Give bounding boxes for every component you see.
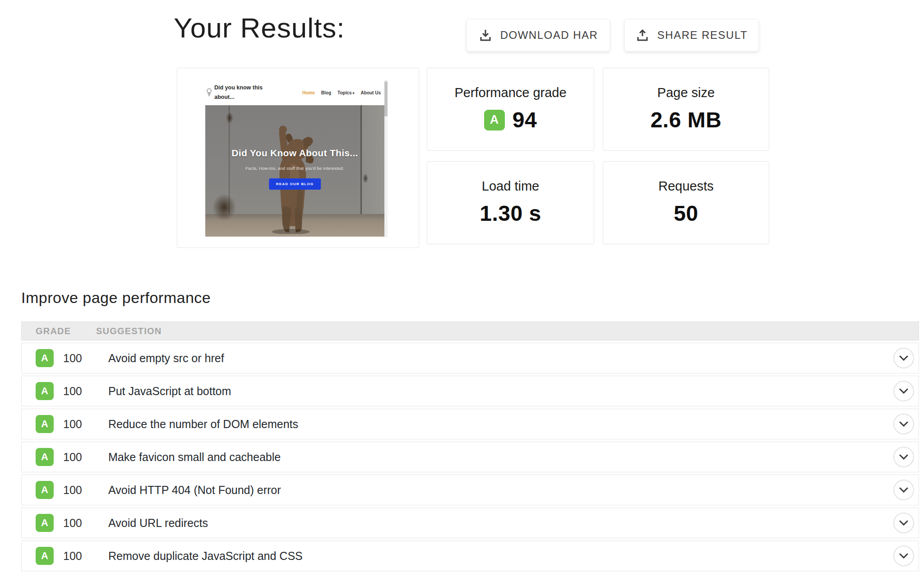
mini-nav-topics: Topics▾ [337, 90, 355, 95]
site-screenshot: Did you know this about... Home Blog Top… [205, 80, 388, 238]
performance-grade-value: 94 [513, 107, 537, 132]
load-time-label: Load time [427, 179, 594, 194]
site-screenshot-card: Did you know this about... Home Blog Top… [177, 68, 419, 248]
chevron-down-icon [899, 520, 908, 526]
lightbulb-icon [206, 88, 212, 97]
page-size-label: Page size [603, 85, 769, 100]
mini-site-hero-image: Did You Know About This... Facts, How-to… [205, 105, 384, 237]
mini-hero-subtitle: Facts, How-tos, and stuff that you'd be … [205, 166, 384, 171]
mini-hero-title: Did You Know About This... [205, 148, 384, 158]
suggestion-row[interactable]: A 100 Remove duplicate JavaScript and CS… [21, 541, 919, 571]
column-header-suggestion: SUGGESTION [96, 326, 162, 336]
mini-nav-about: About Us [361, 90, 381, 95]
suggestion-row[interactable]: A 100 Avoid HTTP 404 (Not Found) error [21, 475, 919, 505]
door-knob [363, 173, 368, 183]
column-header-grade: GRADE [22, 326, 96, 336]
requests-card: Requests 50 [603, 161, 769, 244]
row-suggestion-text: Make favicon small and cacheable [108, 451, 281, 464]
row-grade-badge: A [36, 415, 54, 433]
mini-scrollbar-thumb [384, 81, 388, 117]
page-size-value: 2.6 MB [603, 107, 769, 132]
row-suggestion-text: Avoid empty src or href [108, 352, 224, 365]
row-suggestion-text: Remove duplicate JavaScript and CSS [108, 550, 303, 563]
mini-logo-line2: about... [214, 93, 263, 102]
improve-section-heading: Improve page performance [21, 289, 211, 307]
suggestion-row[interactable]: A 100 Make favicon small and cacheable [21, 442, 919, 472]
row-suggestion-text: Reduce the number of DOM elements [108, 418, 298, 431]
mini-hero-button: READ OUR BLOG [269, 178, 321, 190]
mini-site-header: Did you know this about... Home Blog Top… [205, 80, 384, 105]
row-score: 100 [63, 451, 108, 464]
grade-badge: A [484, 110, 505, 131]
download-har-button[interactable]: DOWNLOAD HAR [467, 19, 610, 51]
mini-site-nav: Home Blog Topics▾ About Us [302, 90, 381, 95]
chevron-down-icon [899, 421, 908, 427]
page-title: Your Results: [174, 12, 345, 44]
chevron-down-icon [899, 388, 908, 394]
page-size-card: Page size 2.6 MB [603, 68, 769, 151]
suggestion-row[interactable]: A 100 Avoid empty src or href [21, 343, 919, 373]
suggestion-row[interactable]: A 100 Avoid URL redirects [21, 508, 919, 538]
chevron-down-icon [899, 355, 908, 361]
wall-stain [226, 112, 233, 124]
row-grade-badge: A [36, 514, 54, 532]
row-suggestion-text: Put JavaScript at bottom [108, 385, 231, 398]
expand-row-button[interactable] [893, 348, 914, 368]
mini-scrollbar [384, 80, 388, 238]
download-icon [479, 28, 492, 42]
chevron-down-icon [899, 454, 908, 460]
suggestion-row[interactable]: A 100 Put JavaScript at bottom [21, 376, 919, 406]
expand-row-button[interactable] [893, 480, 914, 500]
row-score: 100 [63, 385, 108, 398]
row-score: 100 [63, 352, 108, 365]
expand-row-button[interactable] [893, 545, 914, 566]
expand-row-button[interactable] [893, 513, 914, 533]
performance-grade-card: Performance grade A 94 [427, 68, 594, 151]
suggestion-row[interactable]: A 100 Reduce the number of DOM elements [21, 409, 919, 439]
mini-nav-home: Home [302, 90, 315, 95]
row-grade-badge: A [36, 349, 54, 367]
speed-test-results-page: Your Results: DOWNLOAD HAR SHARE RESULT [0, 0, 924, 578]
row-score: 100 [63, 484, 108, 497]
row-score: 100 [63, 418, 108, 431]
share-result-label: SHARE RESULT [657, 29, 748, 42]
suggestions-table: GRADE SUGGESTION A 100 Avoid empty src o… [21, 322, 919, 571]
requests-value: 50 [603, 201, 769, 226]
mini-nav-blog: Blog [321, 90, 331, 95]
expand-row-button[interactable] [893, 447, 914, 467]
row-suggestion-text: Avoid URL redirects [108, 517, 208, 530]
chevron-down-icon [899, 487, 908, 493]
download-har-label: DOWNLOAD HAR [500, 29, 598, 42]
mini-site-logo: Did you know this about... [206, 83, 263, 102]
caret-down-icon: ▾ [353, 91, 355, 95]
load-time-value: 1.30 s [427, 201, 594, 226]
row-score: 100 [63, 550, 108, 563]
share-icon [636, 28, 649, 42]
row-suggestion-text: Avoid HTTP 404 (Not Found) error [108, 484, 281, 497]
requests-label: Requests [603, 179, 769, 194]
performance-grade-label: Performance grade [427, 85, 594, 100]
row-score: 100 [63, 517, 108, 530]
wall-stain [213, 194, 236, 221]
expand-row-button[interactable] [893, 381, 914, 401]
row-grade-badge: A [36, 382, 54, 400]
expand-row-button[interactable] [893, 414, 914, 434]
suggestions-table-header: GRADE SUGGESTION [21, 322, 919, 340]
row-grade-badge: A [36, 448, 54, 466]
share-result-button[interactable]: SHARE RESULT [624, 19, 759, 51]
load-time-card: Load time 1.30 s [427, 161, 594, 244]
mini-logo-line1: Did you know this [214, 83, 263, 93]
row-grade-badge: A [36, 481, 54, 499]
row-grade-badge: A [36, 547, 54, 565]
chevron-down-icon [899, 553, 908, 559]
